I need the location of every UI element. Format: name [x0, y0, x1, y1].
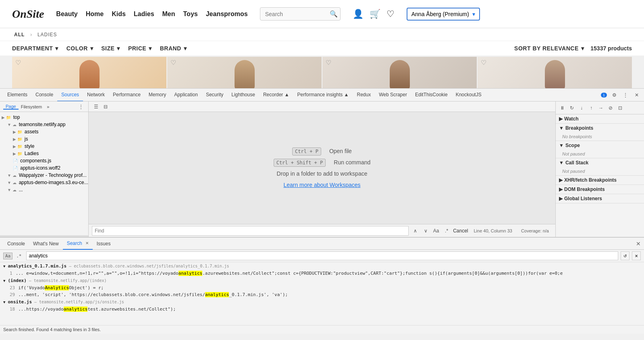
search-input-bottom[interactable]: [26, 251, 619, 260]
wishlist-icon-3[interactable]: ♡: [326, 59, 331, 66]
devtools-tab-editthiscookie[interactable]: EditThisCookie: [411, 89, 452, 102]
breakpoints-triangle-icon: ▼: [559, 125, 564, 131]
sources-tab-overflow[interactable]: »: [44, 104, 52, 109]
result-line[interactable]: 29...ment, 'script', 'https://eclubasset…: [0, 291, 644, 298]
dom-header[interactable]: ▶ DOM Breakpoints: [556, 185, 644, 194]
bottom-tab-issues[interactable]: Issues: [93, 238, 115, 250]
devtools-tab-application[interactable]: Application: [170, 89, 202, 102]
refresh-search-btn[interactable]: ↺: [621, 251, 629, 260]
tree-item[interactable]: ▼ ☁teamonsite.netlify.app: [0, 121, 88, 128]
call-stack-header[interactable]: ▼ Call Stack: [556, 158, 644, 167]
filter-btn-color[interactable]: COLOR ▾: [66, 45, 93, 52]
user-icon[interactable]: 👤: [353, 9, 364, 19]
tree-item[interactable]: ▶ 📁top: [0, 114, 88, 121]
tree-item[interactable]: ▶ 📁assets: [0, 128, 88, 135]
close-bottom-panel-icon[interactable]: ✕: [636, 240, 641, 247]
sources-filesystem-tab[interactable]: Filesystem: [19, 104, 45, 109]
devtools-tab-sources[interactable]: Sources: [57, 89, 83, 102]
find-input[interactable]: [92, 226, 409, 236]
scope-header[interactable]: ▼ Scope: [556, 141, 644, 150]
filter-btn-brand[interactable]: BRAND ▾: [160, 45, 187, 52]
devtools-tab-elements[interactable]: Elements: [3, 89, 31, 102]
match-case-icon[interactable]: Aa: [432, 227, 440, 235]
step-into-icon[interactable]: ↓: [578, 104, 586, 112]
devtools-tab-console[interactable]: Console: [31, 89, 57, 102]
result-file[interactable]: ▼ (index) — teamonsite.netlify.app/(inde…: [0, 277, 644, 284]
cart-icon[interactable]: 🛒: [370, 9, 380, 19]
result-file[interactable]: ▼ analytics_0.1.7.min.js — eclubassets.b…: [0, 262, 644, 270]
tree-item[interactable]: ▶ 📁style: [0, 143, 88, 150]
devtools-tab-webscraper[interactable]: Web Scraper: [375, 89, 411, 102]
result-line[interactable]: 1... e=window,t=document,n=!1,r="",a="",…: [0, 270, 644, 277]
editor-panel: ☰ ⊟ Ctrl + P Open file Ctrl + Shift + P …: [89, 102, 555, 237]
result-file[interactable]: ▼ onsite.js — teamonsite.netlify.app/js/…: [0, 298, 644, 306]
deactivate-icon[interactable]: ⊘: [607, 104, 615, 112]
tree-item[interactable]: ▼ ☁apptus-demo-images.s3.eu-ce...: [0, 179, 88, 186]
bottom-tab-console[interactable]: Console: [3, 238, 29, 250]
pause-icon[interactable]: ⏸: [558, 104, 566, 112]
devtools-tab-performance[interactable]: Performance: [109, 89, 145, 102]
sort-dropdown[interactable]: SORT BY RELEVANCE ▾: [514, 45, 584, 52]
devtools-tab-performanceinsights[interactable]: Performance insights ▲: [293, 89, 353, 102]
bottom-tab-search[interactable]: Search✕: [63, 238, 93, 250]
devtools-tab-redux[interactable]: Redux: [353, 89, 375, 102]
global-header[interactable]: ▶ Global Listeners: [556, 194, 644, 203]
sources-page-tab[interactable]: Page: [3, 104, 19, 110]
nav-link-men[interactable]: Men: [162, 10, 175, 17]
overflow-menu-icon[interactable]: ⋮: [621, 91, 629, 99]
step-over-icon[interactable]: ↻: [568, 104, 576, 112]
tree-item[interactable]: 📄components.js: [0, 157, 88, 164]
clear-search-btn[interactable]: ✕: [632, 251, 641, 260]
tree-item[interactable]: ▶ 📁js: [0, 135, 88, 143]
nav-link-kids[interactable]: Kids: [112, 10, 126, 17]
sources-more-btn[interactable]: ⋮: [77, 103, 85, 111]
devtools-tab-lighthouse[interactable]: Lighthouse: [227, 89, 259, 102]
nav-link-beauty[interactable]: Beauty: [56, 10, 77, 17]
close-devtools-icon[interactable]: ✕: [633, 91, 641, 99]
search-input[interactable]: [265, 11, 330, 17]
toggle-sidebar-icon[interactable]: ☰: [92, 103, 100, 111]
nav-link-jeanspromos[interactable]: Jeanspromos: [206, 10, 248, 17]
cancel-find-button[interactable]: Cancel: [453, 228, 468, 234]
toggle-breakpoints-icon[interactable]: ⊡: [616, 104, 624, 112]
match-case-btn[interactable]: Aa: [3, 253, 12, 259]
bottom-tab-whatsnew[interactable]: What's New: [29, 238, 63, 250]
step-out-icon[interactable]: ↑: [587, 104, 595, 112]
settings-icon[interactable]: ⚙: [610, 91, 618, 99]
user-dropdown[interactable]: Anna Åberg (Premium) ▾: [407, 8, 480, 21]
tree-item[interactable]: ▼ ☁...: [0, 186, 88, 193]
continue-icon[interactable]: →: [597, 104, 605, 112]
tree-item[interactable]: ▼ ☁Wappalyzer - Technology prof...: [0, 172, 88, 179]
wishlist-icon-2[interactable]: ♡: [170, 59, 176, 66]
devtools-tab-memory[interactable]: Memory: [145, 89, 170, 102]
wishlist-icon-1[interactable]: ♡: [15, 59, 21, 66]
breadcrumb-all[interactable]: ALL: [14, 32, 25, 37]
devtools-tab-recorder[interactable]: Recorder ▲: [259, 89, 293, 102]
wishlist-icon[interactable]: ♡: [386, 9, 395, 19]
xhr-header[interactable]: ▶ XHR/fetch Breakpoints: [556, 176, 644, 185]
filter-btn-price[interactable]: PRICE ▾: [128, 45, 152, 52]
nav-link-ladies[interactable]: Ladies: [134, 10, 154, 17]
close-tab-icon[interactable]: ✕: [85, 241, 89, 245]
result-line[interactable]: 23if('VoyadoAnalyticsObject') = r;: [0, 284, 644, 291]
regex-icon[interactable]: .*: [442, 227, 451, 235]
nav-link-toys[interactable]: Toys: [183, 10, 198, 17]
nav-link-home[interactable]: Home: [86, 10, 104, 17]
toggle-debugger-icon[interactable]: ⊟: [102, 103, 110, 111]
devtools-tab-security[interactable]: Security: [202, 89, 227, 102]
filter-btn-size[interactable]: SIZE ▾: [101, 45, 120, 52]
find-down-icon[interactable]: ∨: [422, 227, 430, 235]
watch-header[interactable]: ▶ Watch: [556, 114, 644, 123]
result-line[interactable]: 18...https://voyadoanalyticstest.azurewe…: [0, 306, 644, 313]
devtools-tab-network[interactable]: Network: [83, 89, 109, 102]
learn-workspaces-link[interactable]: Learn more about Workspaces: [283, 182, 360, 188]
regex-btn[interactable]: .*: [14, 253, 23, 259]
wishlist-icon-4[interactable]: ♡: [481, 59, 486, 66]
breakpoints-header[interactable]: ▼ Breakpoints: [556, 124, 644, 133]
tree-item[interactable]: ▶ 📁Ladies: [0, 150, 88, 157]
filter-btn-department[interactable]: DEPARTMENT ▾: [12, 45, 58, 52]
find-up-icon[interactable]: ∧: [411, 227, 419, 235]
devtools-tab-knockoutjs[interactable]: KnockoutJS: [452, 89, 486, 102]
tree-item[interactable]: 📄apptus-icons.woff2: [0, 164, 88, 172]
breadcrumb-separator: ›: [30, 31, 32, 37]
